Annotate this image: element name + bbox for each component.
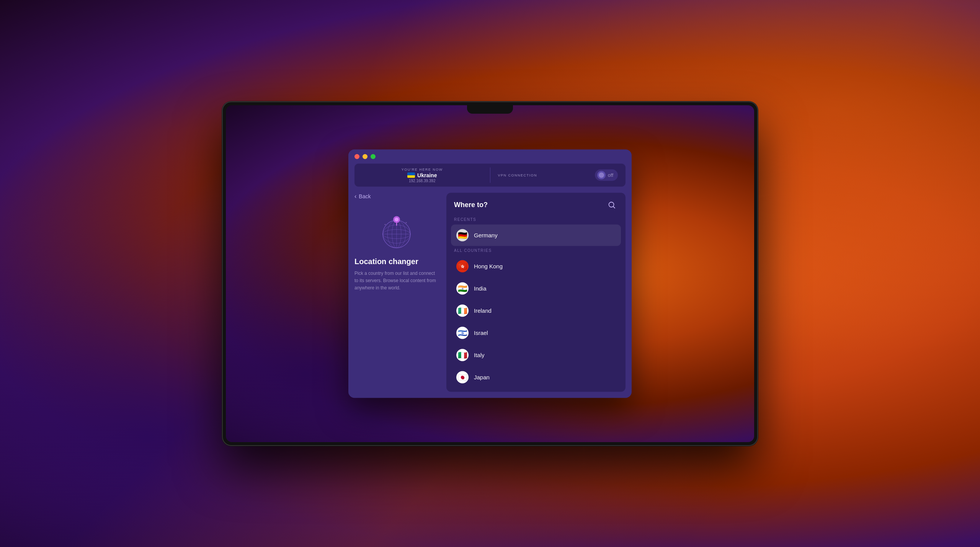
app-window: YOU'RE HERE NOW Ukraine 192.168.39.392 V… xyxy=(348,149,632,398)
monitor-screen: YOU'RE HERE NOW Ukraine 192.168.39.392 V… xyxy=(226,105,754,442)
india-name: India xyxy=(474,285,487,292)
country-item-germany[interactable]: 🇩🇪 Germany xyxy=(451,224,621,246)
current-ip: 192.168.39.392 xyxy=(409,178,436,183)
country-list: RECENTS 🇩🇪 Germany ALL COUNTRIES 🇭🇰 Hong… xyxy=(446,216,626,392)
country-item-japan[interactable]: 🇯🇵 Japan xyxy=(451,366,621,388)
japan-flag-icon: 🇯🇵 xyxy=(456,371,469,383)
back-chevron-icon: ‹ xyxy=(354,193,356,199)
here-label: YOU'RE HERE NOW xyxy=(402,167,443,171)
vpn-off-label: off xyxy=(608,172,613,178)
india-flag-icon: 🇮🇳 xyxy=(456,282,469,294)
ireland-name: Ireland xyxy=(474,307,492,314)
toggle-circle xyxy=(597,171,606,179)
svg-point-9 xyxy=(395,217,399,221)
country-item-italy[interactable]: 🇮🇹 Italy xyxy=(451,344,621,366)
monitor-notch xyxy=(467,105,513,114)
italy-name: Italy xyxy=(474,352,485,358)
current-country-name: Ukraine xyxy=(417,172,437,178)
title-bar xyxy=(348,149,632,163)
monitor: YOU'RE HERE NOW Ukraine 192.168.39.392 V… xyxy=(222,101,758,446)
current-country: Ukraine xyxy=(407,172,437,178)
toggle-inner xyxy=(599,172,604,178)
country-item-hong-kong[interactable]: 🇭🇰 Hong Kong xyxy=(451,255,621,277)
italy-flag-icon: 🇮🇹 xyxy=(456,349,469,361)
israel-flag-icon: 🇮🇱 xyxy=(456,327,469,339)
ireland-flag-icon: 🇮🇪 xyxy=(456,304,469,317)
vpn-toggle[interactable]: off xyxy=(595,169,618,181)
status-bar: YOU'RE HERE NOW Ukraine 192.168.39.392 V… xyxy=(354,163,626,186)
location-changer-title: Location changer xyxy=(354,257,439,266)
back-button[interactable]: ‹ Back xyxy=(354,193,439,199)
search-header: Where to? xyxy=(446,193,626,216)
svg-point-10 xyxy=(385,224,386,225)
germany-flag-icon: 🇩🇪 xyxy=(456,229,469,241)
current-location: YOU'RE HERE NOW Ukraine 192.168.39.392 xyxy=(354,163,490,186)
svg-line-14 xyxy=(613,206,615,208)
maximize-button[interactable] xyxy=(371,154,376,159)
recents-label: RECENTS xyxy=(451,216,621,224)
close-button[interactable] xyxy=(354,154,359,159)
hong-kong-flag-icon: 🇭🇰 xyxy=(456,260,469,272)
country-item-ireland[interactable]: 🇮🇪 Ireland xyxy=(451,300,621,321)
globe-illustration xyxy=(377,211,416,249)
minimize-button[interactable] xyxy=(363,154,368,159)
vpn-status-area: VPN CONNECTION off xyxy=(490,165,626,185)
all-countries-label: ALL COUNTRIES xyxy=(451,247,621,255)
location-changer-desc: Pick a country from our list and connect… xyxy=(354,269,439,292)
hong-kong-name: Hong Kong xyxy=(474,263,503,269)
svg-point-12 xyxy=(409,232,410,232)
country-item-israel[interactable]: 🇮🇱 Israel xyxy=(451,322,621,343)
right-panel: Where to? RECENTS 🇩🇪 xyxy=(446,193,626,392)
japan-name: Japan xyxy=(474,374,490,380)
israel-name: Israel xyxy=(474,330,488,336)
ukraine-flag-icon xyxy=(407,172,415,178)
germany-name: Germany xyxy=(474,232,498,238)
where-to-heading: Where to? xyxy=(454,201,488,209)
main-content: ‹ Back xyxy=(348,193,632,398)
left-panel: ‹ Back xyxy=(354,193,446,392)
search-button[interactable] xyxy=(606,199,618,211)
vpn-label: VPN CONNECTION xyxy=(498,173,537,177)
back-label: Back xyxy=(359,193,371,199)
svg-point-11 xyxy=(406,222,407,223)
country-item-india[interactable]: 🇮🇳 India xyxy=(451,278,621,299)
